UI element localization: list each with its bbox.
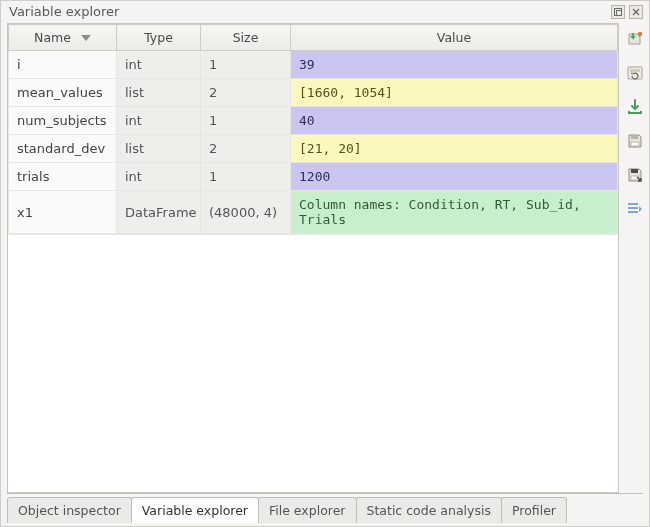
svg-rect-5 [631,135,638,139]
svg-rect-9 [628,203,638,205]
cell-size: 2 [201,79,291,107]
cell-value[interactable]: 40 [291,107,618,135]
import-data-icon[interactable] [625,97,645,117]
variables-table[interactable]: Name Type Size Value iint139mean_valuesl… [8,24,618,234]
col-header-value[interactable]: Value [291,25,618,51]
table-row[interactable]: x1DataFrame(48000, 4)Column names: Condi… [9,191,618,234]
panel-title: Variable explorer [9,4,119,19]
options-icon[interactable] [625,199,645,219]
svg-rect-4 [630,69,640,72]
cell-value[interactable]: Column names: Condition, RT, Sub_id, Tri… [291,191,618,234]
tab-profiler[interactable]: Profiler [501,497,567,523]
save-icon[interactable] [625,131,645,151]
cell-type: list [117,79,201,107]
svg-rect-1 [617,10,622,15]
tab-static-code-analysis[interactable]: Static code analysis [356,497,502,523]
cell-name: x1 [9,191,117,234]
bottom-tabbar: Object inspectorVariable explorerFile ex… [1,496,649,526]
cell-size: 2 [201,135,291,163]
table-empty-area [8,234,618,492]
save-as-icon[interactable] [625,165,645,185]
col-header-name-label: Name [34,30,71,45]
svg-rect-0 [615,8,622,15]
cell-type: int [117,163,201,191]
cell-name: num_subjects [9,107,117,135]
cell-type: list [117,135,201,163]
cell-value[interactable]: 1200 [291,163,618,191]
cell-size: 1 [201,163,291,191]
svg-rect-10 [628,207,638,209]
panel-titlebar: Variable explorer [1,1,649,23]
toolbar [621,23,649,493]
table-row[interactable]: iint139 [9,51,618,79]
cell-size: 1 [201,51,291,79]
cell-type: int [117,51,201,79]
table-row[interactable]: mean_valueslist2[1660, 1054] [9,79,618,107]
cell-size: (48000, 4) [201,191,291,234]
sort-indicator-icon [81,35,91,41]
variables-table-container: Name Type Size Value iint139mean_valuesl… [7,23,619,493]
refresh-icon[interactable] [625,63,645,83]
col-header-type[interactable]: Type [117,25,201,51]
svg-rect-7 [631,169,638,173]
import-icon[interactable] [625,29,645,49]
cell-type: int [117,107,201,135]
cell-size: 1 [201,107,291,135]
table-header-row: Name Type Size Value [9,25,618,51]
cell-name: i [9,51,117,79]
close-panel-button[interactable] [629,5,643,19]
tab-object-inspector[interactable]: Object inspector [7,497,132,523]
table-row[interactable]: trialsint11200 [9,163,618,191]
variable-explorer-panel: Variable explorer Name [0,0,650,527]
cell-value[interactable]: 39 [291,51,618,79]
col-header-size[interactable]: Size [201,25,291,51]
cell-value[interactable]: [1660, 1054] [291,79,618,107]
table-row[interactable]: standard_devlist2[21, 20] [9,135,618,163]
col-header-name[interactable]: Name [9,25,117,51]
svg-rect-11 [628,211,638,213]
table-row[interactable]: num_subjectsint140 [9,107,618,135]
tab-file-explorer[interactable]: File explorer [258,497,357,523]
cell-name: standard_dev [9,135,117,163]
cell-value[interactable]: [21, 20] [291,135,618,163]
svg-point-2 [638,32,642,36]
tab-variable-explorer[interactable]: Variable explorer [131,497,259,523]
svg-rect-6 [631,142,639,146]
cell-type: DataFrame [117,191,201,234]
undock-button[interactable] [611,5,625,19]
cell-name: trials [9,163,117,191]
cell-name: mean_values [9,79,117,107]
